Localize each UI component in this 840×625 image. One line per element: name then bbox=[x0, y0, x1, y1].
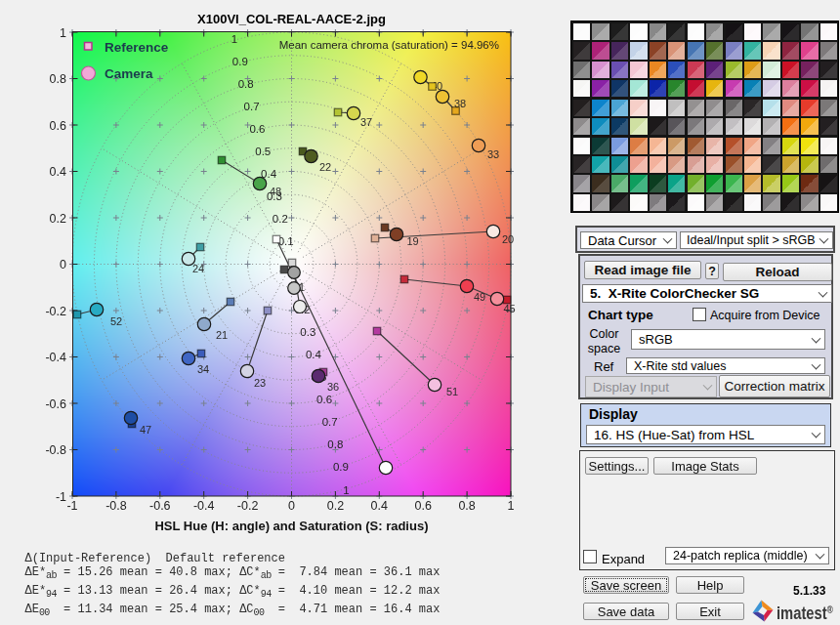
svg-text:36: 36 bbox=[327, 381, 339, 393]
svg-text:0.8: 0.8 bbox=[327, 438, 343, 450]
svg-text:-0.4: -0.4 bbox=[193, 499, 215, 513]
svg-text:51: 51 bbox=[446, 386, 458, 397]
svg-text:0.5: 0.5 bbox=[255, 146, 271, 157]
svg-text:33: 33 bbox=[487, 148, 499, 160]
svg-text:1: 1 bbox=[508, 499, 515, 513]
svg-text:0.6: 0.6 bbox=[316, 394, 332, 405]
svg-text:Mean camera chroma (saturation: Mean camera chroma (saturation) = 94.96% bbox=[279, 39, 499, 51]
svg-text:HSL Hue (H: angle) and Saturat: HSL Hue (H: angle) and Saturation (S: ra… bbox=[154, 519, 428, 533]
svg-text:0.4: 0.4 bbox=[306, 349, 322, 360]
svg-text:20: 20 bbox=[502, 233, 514, 245]
svg-text:-1: -1 bbox=[56, 490, 66, 504]
svg-text:X100VI_COL-REAL-AACE-2.jpg: X100VI_COL-REAL-AACE-2.jpg bbox=[197, 12, 386, 26]
svg-text:-0.6: -0.6 bbox=[149, 499, 171, 513]
svg-text:-0.4: -0.4 bbox=[45, 351, 66, 364]
svg-text:0.6: 0.6 bbox=[249, 123, 265, 135]
svg-text:0.4: 0.4 bbox=[50, 165, 66, 179]
svg-text:45: 45 bbox=[504, 303, 516, 314]
svg-text:-0.2: -0.2 bbox=[237, 499, 259, 513]
svg-text:0.2: 0.2 bbox=[50, 212, 66, 226]
svg-text:24: 24 bbox=[192, 263, 204, 274]
svg-text:1: 1 bbox=[231, 33, 237, 45]
svg-text:23: 23 bbox=[254, 377, 266, 389]
svg-text:22: 22 bbox=[319, 161, 331, 173]
svg-text:49: 49 bbox=[474, 291, 485, 303]
svg-text:0.6: 0.6 bbox=[50, 119, 66, 133]
svg-text:1: 1 bbox=[343, 484, 349, 496]
svg-text:21: 21 bbox=[216, 329, 228, 341]
svg-text:Reference: Reference bbox=[105, 40, 169, 55]
svg-text:0.2: 0.2 bbox=[327, 499, 344, 513]
svg-text:-0.6: -0.6 bbox=[45, 397, 66, 411]
svg-text:0.2: 0.2 bbox=[273, 213, 288, 225]
svg-text:-0.8: -0.8 bbox=[45, 443, 66, 457]
svg-text:52: 52 bbox=[110, 315, 122, 327]
svg-text:48: 48 bbox=[270, 186, 281, 197]
svg-text:-1: -1 bbox=[66, 499, 77, 513]
svg-text:Camera: Camera bbox=[105, 66, 153, 81]
svg-text:0: 0 bbox=[60, 258, 66, 271]
svg-text:-0.8: -0.8 bbox=[105, 499, 127, 513]
svg-text:-0.2: -0.2 bbox=[45, 305, 66, 318]
svg-text:0.7: 0.7 bbox=[244, 101, 260, 112]
svg-text:0.9: 0.9 bbox=[333, 461, 349, 473]
svg-text:0.4: 0.4 bbox=[371, 499, 388, 513]
svg-text:1: 1 bbox=[60, 26, 66, 40]
svg-text:0: 0 bbox=[288, 499, 295, 513]
svg-text:37: 37 bbox=[360, 116, 372, 128]
svg-text:47: 47 bbox=[140, 424, 151, 436]
svg-text:0.8: 0.8 bbox=[238, 78, 254, 90]
svg-text:0.8: 0.8 bbox=[458, 499, 475, 513]
svg-text:0.8: 0.8 bbox=[50, 72, 66, 86]
svg-text:0.6: 0.6 bbox=[415, 499, 432, 513]
svg-text:19: 19 bbox=[407, 235, 419, 247]
svg-text:34: 34 bbox=[197, 363, 209, 375]
svg-text:0.9: 0.9 bbox=[232, 56, 248, 67]
svg-text:0.3: 0.3 bbox=[300, 326, 315, 338]
svg-text:0.7: 0.7 bbox=[322, 416, 338, 428]
